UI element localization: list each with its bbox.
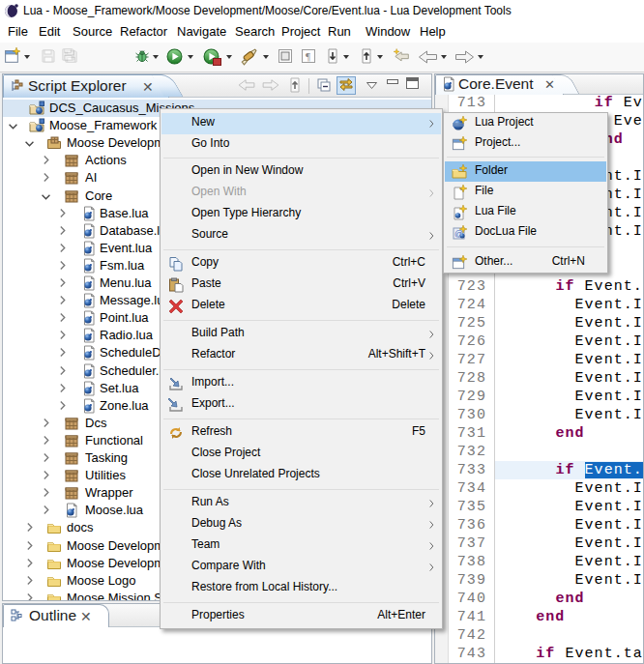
svg-text:¶: ¶ [306,50,310,62]
